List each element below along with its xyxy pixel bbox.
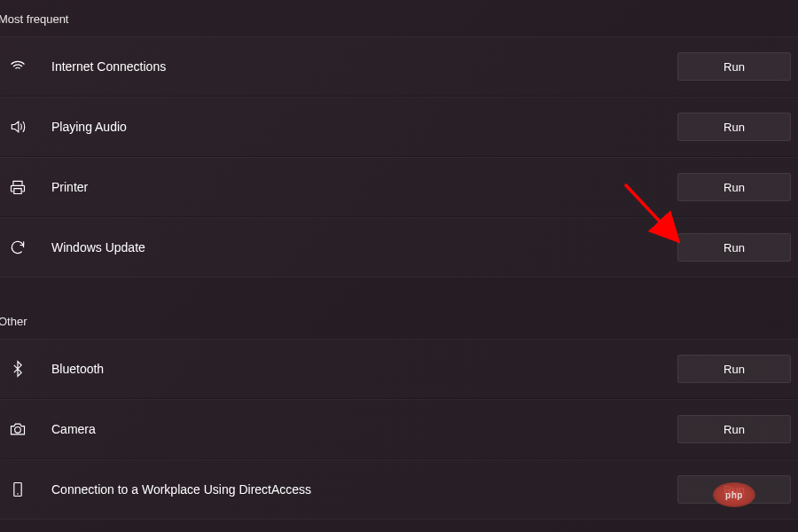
workplace-icon bbox=[9, 481, 44, 498]
section-header-most-frequent: Most frequent bbox=[0, 0, 798, 36]
run-button[interactable]: Run bbox=[677, 355, 791, 383]
row-printer[interactable]: Printer Run bbox=[0, 157, 798, 217]
row-label: Bluetooth bbox=[44, 362, 677, 376]
row-camera[interactable]: Camera Run bbox=[0, 399, 798, 459]
section-header-other: Other bbox=[0, 302, 798, 339]
row-label: Printer bbox=[44, 180, 677, 194]
row-label: Camera bbox=[44, 422, 677, 436]
list-most-frequent: Internet Connections Run Playing Audio R… bbox=[0, 36, 798, 278]
row-label: Internet Connections bbox=[44, 59, 677, 74]
run-button[interactable]: Run bbox=[677, 173, 791, 201]
audio-icon bbox=[9, 118, 44, 136]
run-button[interactable]: Run bbox=[677, 52, 791, 81]
run-button[interactable]: Run bbox=[677, 415, 791, 443]
printer-icon bbox=[9, 178, 44, 196]
row-playing-audio[interactable]: Playing Audio Run bbox=[0, 97, 798, 157]
row-workplace-connection[interactable]: Connection to a Workplace Using DirectAc… bbox=[0, 459, 798, 520]
list-other: Bluetooth Run Camera Run Connection to a… bbox=[0, 339, 798, 520]
camera-icon bbox=[9, 420, 44, 438]
update-icon bbox=[9, 239, 44, 256]
row-internet-connections[interactable]: Internet Connections Run bbox=[0, 36, 798, 97]
run-button[interactable]: Run bbox=[677, 233, 791, 262]
wifi-icon bbox=[9, 58, 44, 75]
row-label: Playing Audio bbox=[44, 120, 677, 134]
run-button[interactable]: Run bbox=[677, 113, 791, 141]
bluetooth-icon bbox=[9, 360, 44, 378]
row-label: Windows Update bbox=[44, 240, 677, 254]
row-windows-update[interactable]: Windows Update Run bbox=[0, 217, 798, 278]
watermark-badge: php bbox=[713, 482, 755, 507]
row-label: Connection to a Workplace Using DirectAc… bbox=[44, 482, 677, 497]
row-bluetooth[interactable]: Bluetooth Run bbox=[0, 339, 798, 399]
